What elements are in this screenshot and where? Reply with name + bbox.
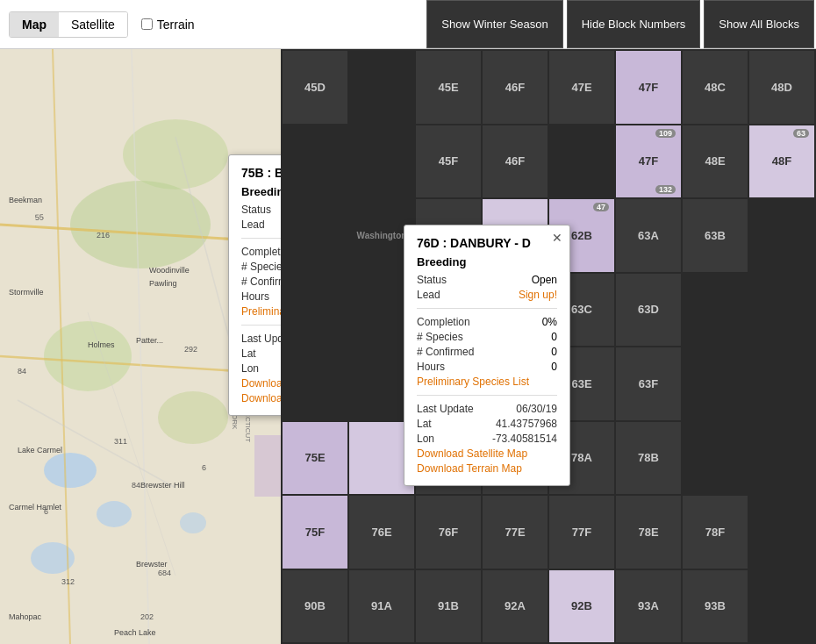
- terrain-input[interactable]: [141, 18, 153, 30]
- hide-block-numbers-button[interactable]: Hide Block Numbers: [567, 0, 701, 48]
- grid-cell-92b[interactable]: 92B: [549, 570, 614, 643]
- grid-cell-63b[interactable]: 63B: [683, 199, 748, 272]
- popup-brewster-species-label: # Species: [241, 261, 281, 273]
- popup-brewster-lon-label: Lon: [241, 362, 259, 375]
- grid-cell-48c[interactable]: 48C: [683, 51, 748, 124]
- grid-cell-45d[interactable]: 45D: [283, 51, 347, 124]
- popup-danbury: ✕ 76D : DANBURY - D Breeding Status Open…: [404, 225, 570, 486]
- popup-brewster-completion-row: Completion 0%: [241, 246, 281, 258]
- popup-danbury-completion-label: Completion: [417, 316, 470, 328]
- grid-cell-63d[interactable]: 63D: [616, 274, 681, 347]
- terrain-checkbox[interactable]: Terrain: [141, 18, 195, 32]
- svg-point-6: [44, 453, 97, 488]
- grid-cell-48d[interactable]: 48D: [749, 51, 814, 124]
- grid-cell-47e[interactable]: 47E: [549, 51, 614, 124]
- svg-text:216: 216: [97, 231, 110, 240]
- toolbar: Map Satellite Terrain Show Winter Season…: [0, 0, 816, 49]
- grid-cell-76e[interactable]: 76E: [349, 496, 414, 569]
- grid-cell-empty-16: [683, 422, 748, 495]
- popup-danbury-hours-value: 0: [551, 361, 557, 373]
- grid-cell-75f[interactable]: 75F: [283, 496, 347, 569]
- popup-danbury-prelim-link[interactable]: Preliminary Species List: [417, 376, 557, 388]
- popup-danbury-status-label: Status: [417, 274, 447, 286]
- svg-point-2: [123, 119, 228, 190]
- popup-danbury-close[interactable]: ✕: [552, 231, 562, 245]
- svg-text:684: 684: [158, 569, 171, 577]
- grid-cell-48e[interactable]: 48E: [683, 125, 748, 198]
- popup-danbury-species-value: 0: [551, 331, 557, 343]
- grid-cell-91a[interactable]: 91A: [349, 570, 414, 643]
- popup-brewster-confirmed-row: # Confirmed 26: [241, 275, 281, 288]
- grid-cell-75e[interactable]: 75E: [283, 422, 347, 495]
- grid-cell-empty-18: [749, 496, 814, 569]
- grid-cell-empty-4: [549, 125, 614, 198]
- grid-cell-empty-17: [749, 422, 814, 495]
- svg-point-5: [158, 391, 228, 444]
- popup-danbury-update-label: Last Update: [417, 403, 474, 415]
- popup-brewster-prelim-link[interactable]: Preliminary Species List: [241, 305, 281, 318]
- popup-brewster-hours-label: Hours: [241, 290, 269, 303]
- popup-brewster-satellite-link[interactable]: Download Satellite Map: [241, 377, 281, 390]
- popup-brewster-status-label: Status: [241, 204, 271, 216]
- grid-cell-90b[interactable]: 90B: [283, 570, 347, 643]
- grid-cell-91b[interactable]: 91B: [416, 570, 481, 643]
- grid-cell-empty-15: [749, 347, 814, 420]
- grid-cell-78f[interactable]: 78F: [683, 496, 748, 569]
- popup-brewster-lat-label: Lat: [241, 347, 256, 360]
- popup-brewster-lead-label: Lead: [241, 218, 265, 231]
- grid-cell-47f-2[interactable]: 47F 109 132: [616, 125, 681, 198]
- svg-text:Pawling: Pawling: [149, 279, 177, 288]
- grid-cell-78e[interactable]: 78E: [616, 496, 681, 569]
- grid-cell-empty-14: [683, 347, 748, 420]
- svg-rect-43: [254, 435, 281, 497]
- grid-cell-77e[interactable]: 77E: [483, 496, 548, 569]
- popup-brewster-title: 75B : BREWSTER - B: [241, 166, 281, 180]
- grid-cell-93a[interactable]: 93A: [616, 570, 681, 643]
- popup-danbury-satellite-link[interactable]: Download Satellite Map: [417, 447, 557, 460]
- show-winter-season-button[interactable]: Show Winter Season: [426, 0, 562, 48]
- grid-cell-empty-2: [283, 125, 347, 198]
- map-area[interactable]: 55 216 292 84 84 6 6 684 312 311 202 Bee…: [0, 49, 281, 644]
- grid-cell-47f-1[interactable]: 47F: [616, 51, 681, 124]
- grid-cell-45f[interactable]: 45F: [416, 125, 481, 198]
- popup-danbury-lat-label: Lat: [417, 418, 432, 430]
- grid-cell-48f[interactable]: 48F 63: [749, 125, 814, 198]
- popup-danbury-completion-row: Completion 0%: [417, 316, 557, 328]
- svg-text:Woodinville: Woodinville: [149, 266, 190, 275]
- popup-brewster-completion-label: Completion: [241, 246, 281, 258]
- svg-text:Holmes: Holmes: [88, 340, 115, 349]
- popup-brewster-lead-row: Lead Sign up!: [241, 218, 281, 231]
- popup-brewster-terrain-link[interactable]: Download Terrain Map: [241, 392, 281, 404]
- popup-brewster: ✕ 75B : BREWSTER - B Breeding Status Ope…: [228, 154, 281, 416]
- grid-cell-empty-1: [349, 51, 414, 124]
- popup-brewster-confirmed-label: # Confirmed: [241, 275, 281, 288]
- grid-cell-empty-19: [749, 570, 814, 643]
- popup-danbury-confirmed-row: # Confirmed 0: [417, 346, 557, 358]
- grid-cell-78b[interactable]: 78B: [616, 422, 681, 495]
- grid-cell-92a[interactable]: 92A: [483, 570, 548, 643]
- popup-danbury-confirmed-value: 0: [551, 346, 557, 358]
- popup-danbury-lon-value: -73.40581514: [492, 433, 557, 445]
- grid-cell-76f[interactable]: 76F: [416, 496, 481, 569]
- svg-point-7: [97, 501, 132, 527]
- grid-cell-63f[interactable]: 63F: [616, 347, 681, 420]
- grid-cell-45e[interactable]: 45E: [416, 51, 481, 124]
- grid-cell-63a[interactable]: 63A: [616, 199, 681, 272]
- show-all-blocks-button[interactable]: Show All Blocks: [704, 0, 814, 48]
- grid-cell-empty-12: [283, 347, 347, 420]
- popup-danbury-hours-row: Hours 0: [417, 361, 557, 373]
- satellite-button[interactable]: Satellite: [59, 12, 127, 37]
- grid-cell-93b[interactable]: 93B: [683, 570, 748, 643]
- popup-danbury-lead-value[interactable]: Sign up!: [519, 289, 557, 301]
- grid-cell-46f-2[interactable]: 46F: [483, 125, 548, 198]
- grid-cell-77f[interactable]: 77F: [549, 496, 614, 569]
- grid-cell-46f-1[interactable]: 46F: [483, 51, 548, 124]
- grid-cell-empty-5: [283, 199, 347, 272]
- svg-text:202: 202: [140, 612, 154, 621]
- svg-text:Brewster Hill: Brewster Hill: [140, 481, 185, 490]
- map-button[interactable]: Map: [10, 12, 59, 37]
- popup-danbury-terrain-link[interactable]: Download Terrain Map: [417, 462, 557, 475]
- svg-text:Brewster: Brewster: [136, 560, 168, 569]
- grid-cell-empty-10: [683, 274, 748, 347]
- popup-brewster-lat-row: Lat 41.47924455: [241, 347, 281, 360]
